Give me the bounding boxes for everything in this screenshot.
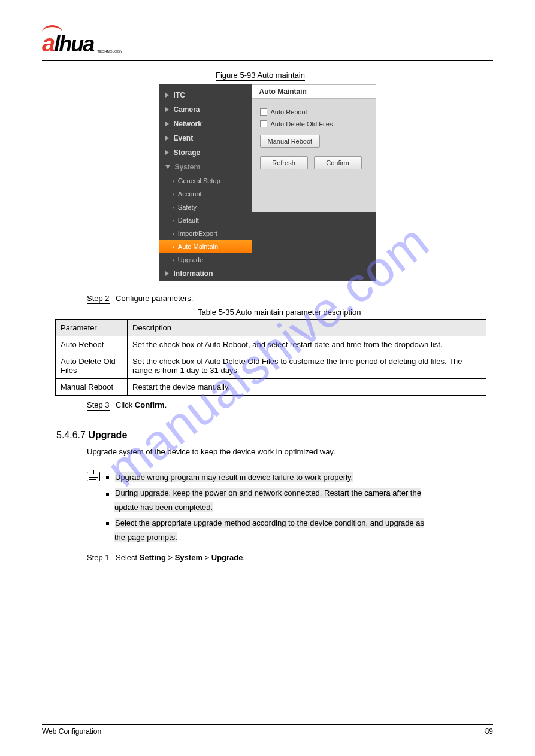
chevron-right-icon: [165, 93, 169, 98]
sidebar-item-import-export[interactable]: Import/Export: [159, 227, 252, 240]
checkbox-auto-reboot[interactable]: [260, 108, 267, 116]
table-row: Auto Reboot Set the check box of Auto Re…: [56, 336, 486, 353]
confirm-button[interactable]: Confirm: [314, 156, 362, 169]
sidebar: ITC Camera Network Event Storage System …: [159, 84, 252, 281]
step-3-label: Step 3: [87, 400, 110, 411]
sidebar-item-auto-maintain[interactable]: Auto Maintain: [159, 240, 252, 253]
checkbox-auto-delete-label: Auto Delete Old Files: [271, 120, 333, 127]
checkbox-auto-reboot-label: Auto Reboot: [271, 108, 307, 116]
table-header-parameter: Parameter: [56, 320, 128, 336]
chevron-right-icon: [165, 150, 169, 155]
sidebar-item-camera[interactable]: Camera: [159, 102, 252, 117]
sidebar-item-system[interactable]: System: [159, 160, 252, 174]
sidebar-item-event[interactable]: Event: [159, 131, 252, 145]
sidebar-item-itc[interactable]: ITC: [159, 88, 252, 102]
params-table: Parameter Description Auto Reboot Set th…: [55, 319, 486, 396]
sidebar-item-information[interactable]: Information: [159, 266, 252, 281]
sidebar-item-general-setup[interactable]: General Setup: [159, 174, 252, 187]
checkbox-auto-delete[interactable]: [260, 120, 267, 127]
sidebar-item-account[interactable]: Account: [159, 187, 252, 201]
tab-auto-maintain[interactable]: Auto Maintain: [252, 84, 376, 99]
chevron-down-icon: [165, 165, 170, 169]
sidebar-item-network[interactable]: Network: [159, 117, 252, 131]
chevron-right-icon: [173, 204, 174, 211]
section-body: Upgrade system of the device to keep the…: [87, 445, 493, 459]
chevron-right-icon: [165, 122, 169, 126]
step-2-label: Step 2: [87, 294, 110, 304]
checkbox-auto-reboot-row: Auto Reboot: [260, 108, 368, 116]
chevron-right-icon: [173, 217, 174, 224]
sidebar-item-safety[interactable]: Safety: [159, 201, 252, 214]
sidebar-item-storage[interactable]: Storage: [159, 145, 252, 160]
settings-panel: Auto Maintain Auto Reboot Auto Delete Ol…: [252, 84, 376, 281]
chevron-right-icon: [173, 230, 174, 237]
footer-left: Web Configuration: [42, 727, 101, 736]
header-rule: [42, 60, 493, 61]
chevron-right-icon: [173, 244, 174, 250]
section-heading: 5.4.6.7 Upgrade: [56, 430, 493, 441]
chevron-right-icon: [165, 136, 169, 141]
footer-page-number: 89: [485, 727, 493, 736]
step-1-upgrade-text: Select Setting > System > Upgrade.: [116, 553, 245, 562]
screenshot-auto-maintain: ITC Camera Network Event Storage System …: [159, 84, 376, 281]
chevron-right-icon: [165, 271, 169, 276]
manual-reboot-button[interactable]: Manual Reboot: [260, 135, 321, 148]
chevron-right-icon: [165, 107, 169, 112]
chevron-right-icon: [173, 191, 174, 198]
step-3-text: Click Confirm.: [116, 400, 167, 409]
chevron-right-icon: [173, 178, 174, 184]
brand-logo: alhuaTECHNOLOGY: [42, 30, 122, 57]
refresh-button[interactable]: Refresh: [260, 156, 308, 169]
table-header-description: Description: [128, 320, 486, 336]
sidebar-item-default[interactable]: Default: [159, 214, 252, 227]
page-footer: Web Configuration 89: [42, 724, 493, 736]
chevron-right-icon: [173, 257, 174, 263]
figure-caption: Figure 5-93 Auto maintain: [216, 71, 305, 81]
note-block: Upgrade wrong program may result in devi…: [106, 470, 424, 546]
sidebar-item-upgrade-nav[interactable]: Upgrade: [159, 253, 252, 266]
step-1-upgrade-label: Step 1: [87, 553, 110, 563]
step-2-text: Configure parameters.: [116, 294, 193, 303]
note-icon: [87, 472, 100, 481]
table-row: Auto Delete Old Files Set the check box …: [56, 353, 486, 379]
checkbox-auto-delete-row: Auto Delete Old Files: [260, 120, 368, 127]
table-caption: Table 5-35 Auto maintain parameter descr…: [198, 308, 493, 317]
table-row: Manual Reboot Restart the device manuall…: [56, 379, 486, 396]
